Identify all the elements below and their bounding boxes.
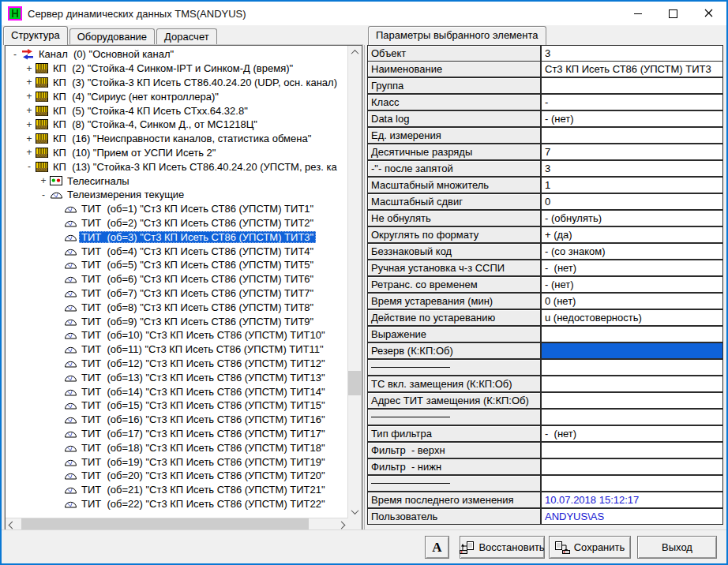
tree-item[interactable]: ТИТ (об=20) "Ст3 КП Исеть СТ86 (УПСТМ) Т… [6,469,348,483]
property-label: Группа [367,77,541,94]
property-value[interactable]: - (обнулять) [541,210,723,226]
tab-equipment[interactable]: Оборудование [69,28,155,45]
property-separator-row [367,360,723,376]
property-value[interactable] [541,376,723,392]
property-value[interactable]: u (недостоверность) [541,309,723,326]
kp-icon [36,133,51,144]
tree-expand-toggle[interactable]: + [23,91,36,102]
tree-item[interactable]: ТИТ (об=19) "Ст3 КП Исеть СТ86 (УПСТМ) Т… [6,455,348,469]
tree-item-label: КП (2) "Стойка-4 Синком-IPT и Синком-Д (… [51,62,295,74]
tree-item[interactable]: -Канал (0) "Основной канал" [6,47,348,62]
restore-button[interactable]: Восстановить [460,536,545,559]
tree-expand-toggle[interactable]: - [23,161,36,172]
tree-expand-toggle[interactable]: + [23,147,36,158]
tree-item[interactable]: ТИТ (об=12) "Ст3 КП Исеть СТ86 (УПСТМ) Т… [6,357,348,371]
property-label: Действие по устареванию [367,309,541,326]
tab-structure[interactable]: Структура [3,26,68,45]
tree-item[interactable]: +КП (4) "Сириус (нет контроллера)" [6,89,348,103]
tree-item[interactable]: ТИТ (об=18) "Ст3 КП Исеть СТ86 (УПСТМ) Т… [6,440,348,455]
property-value[interactable]: - (нет) [541,276,723,293]
save-button[interactable]: Сохранить [549,536,631,559]
property-label: Data log [367,110,541,127]
tree-item[interactable]: ТИТ (об=7) "Ст3 КП Исеть СТ86 (УПСТМ) ТИ… [6,286,348,301]
tree-expand-toggle[interactable]: + [23,133,36,144]
tree-expand-toggle[interactable]: - [37,189,50,200]
tree-item[interactable]: +КП (16) "Неисправности каналов, статист… [6,132,348,146]
scroll-down-button[interactable] [348,505,362,518]
property-value[interactable]: - [541,94,723,110]
property-value[interactable]: 3 [541,160,723,177]
property-value[interactable] [541,392,723,409]
property-value[interactable] [541,475,723,492]
tree-item[interactable]: -КП (13) "Стойка-3 КП Исеть СТ86.40.24.2… [6,159,348,174]
tab-recalc[interactable]: Дорасчет [156,28,217,45]
tree-item[interactable]: ТИТ (об=8) "Ст3 КП Исеть СТ86 (УПСТМ) ТИ… [6,300,348,314]
property-value[interactable]: + (да) [541,226,723,243]
property-value[interactable]: - (нет) [541,110,723,127]
tree-item[interactable]: +КП (5) "Стойка-4 КП Исеть СТхх.64.32.8" [6,103,348,118]
tree-expand-toggle[interactable]: + [23,105,36,116]
tree-item[interactable]: ТИТ (об=17) "Ст3 КП Исеть СТ86 (УПСТМ) Т… [6,427,348,441]
channel-icon [21,48,36,60]
property-value[interactable]: Ст3 КП Исеть СТ86 (УПСТМ) ТИТ3 [541,61,723,77]
property-value[interactable]: - (со знаком) [541,243,723,260]
property-value[interactable] [541,442,723,458]
property-value[interactable]: 0 (нет) [541,293,723,309]
tree-item[interactable]: ТИТ (об=22) "Ст3 КП Исеть СТ86 (УПСТМ) Т… [6,497,348,511]
tree-item[interactable]: +КП (8) "Стойка-4, Синком Д., от МС1218Ц… [6,118,348,132]
minimize-button[interactable] [620,2,655,25]
tree-item[interactable]: ТИТ (об=9) "Ст3 КП Исеть СТ86 (УПСТМ) ТИ… [6,314,348,328]
tree-expand-toggle[interactable]: + [23,119,36,130]
property-value[interactable]: 3 [541,45,723,62]
tree-item[interactable]: +КП (10) "Прием от УСПИ Исеть 2" [6,146,348,160]
property-value[interactable]: 1 [541,177,723,193]
tree-expand-toggle[interactable]: + [37,175,50,186]
property-value[interactable] [541,342,723,359]
font-button[interactable]: A [425,536,449,559]
scroll-up-button[interactable] [348,46,362,59]
property-value[interactable] [541,326,723,342]
property-label: Резерв (К:КП:Об) [367,342,541,359]
tree-item[interactable]: +КП (3) "Стойка-3 КП Исеть СТ86.40.24.20… [6,76,348,90]
vertical-scroll-thumb[interactable] [348,371,361,395]
tree-item[interactable]: +КП (2) "Стойка-4 Синком-IPT и Синком-Д … [6,62,348,76]
gauge-icon [64,247,79,256]
tree-item[interactable]: ТИТ (об=11) "Ст3 КП Исеть СТ86 (УПСТМ) Т… [6,342,348,357]
property-value[interactable]: - (нет) [541,425,723,442]
property-value[interactable]: 0 [541,193,723,210]
tree-item[interactable]: ТИТ (об=2) "Ст3 КП Исеть СТ86 (УПСТМ) ТИ… [6,216,348,230]
maximize-button[interactable] [655,2,691,25]
tab-selected-element-params[interactable]: Параметры выбранного элемента [368,26,546,45]
tree-item[interactable]: ТИТ (об=13) "Ст3 КП Исеть СТ86 (УПСТМ) Т… [6,370,348,384]
tree-item[interactable]: ТИТ (об=15) "Ст3 КП Исеть СТ86 (УПСТМ) Т… [6,398,348,413]
tree-item[interactable]: -Телеизмерения текущие [6,188,348,202]
property-row: Тип фильтра- (нет) [367,426,723,443]
tree-item[interactable]: +Телесигналы [6,174,348,188]
property-value[interactable]: 10.07.2018 15:12:17 [541,492,723,508]
tree-expand-toggle[interactable]: + [23,63,36,74]
tree-item[interactable]: ТИТ (об=4) "Ст3 КП Исеть СТ86 (УПСТМ) ТИ… [6,244,348,258]
property-value[interactable] [541,409,723,425]
tree-vertical-scrollbar[interactable] [347,46,362,518]
tree-item[interactable]: ТИТ (об=5) "Ст3 КП Исеть СТ86 (УПСТМ) ТИ… [6,258,348,272]
property-value[interactable]: ANDYUS\AS [541,508,723,525]
property-value[interactable] [541,359,723,376]
tree-item[interactable]: ТИТ (об=14) "Ст3 КП Исеть СТ86 (УПСТМ) Т… [6,384,348,398]
close-button[interactable] [691,2,726,25]
gauge-icon [64,373,79,382]
property-value[interactable] [541,127,723,144]
property-value[interactable]: - (нет) [541,260,723,276]
property-value[interactable] [541,77,723,94]
property-value[interactable] [541,458,723,475]
tree-item[interactable]: ТИТ (об=10) "Ст3 КП Исеть СТ86 (УПСТМ) Т… [6,328,348,342]
gauge-icon [64,359,79,368]
tree-item[interactable]: ТИТ (об=1) "Ст3 КП Исеть СТ86 (УПСТМ) ТИ… [6,202,348,216]
tree-expand-toggle[interactable]: - [9,49,21,60]
tree-item[interactable]: ТИТ (об=16) "Ст3 КП Исеть СТ86 (УПСТМ) Т… [6,413,348,427]
tree-item[interactable]: ТИТ (об=3) "Ст3 КП Исеть СТ86 (УПСТМ) ТИ… [6,230,348,244]
tree-item[interactable]: ТИТ (об=21) "Ст3 КП Исеть СТ86 (УПСТМ) Т… [6,483,348,497]
property-value[interactable]: 7 [541,144,723,160]
exit-button[interactable]: Выход [637,536,717,559]
tree-item[interactable]: ТИТ (об=6) "Ст3 КП Исеть СТ86 (УПСТМ) ТИ… [6,272,348,286]
tree-expand-toggle[interactable]: + [23,77,36,88]
